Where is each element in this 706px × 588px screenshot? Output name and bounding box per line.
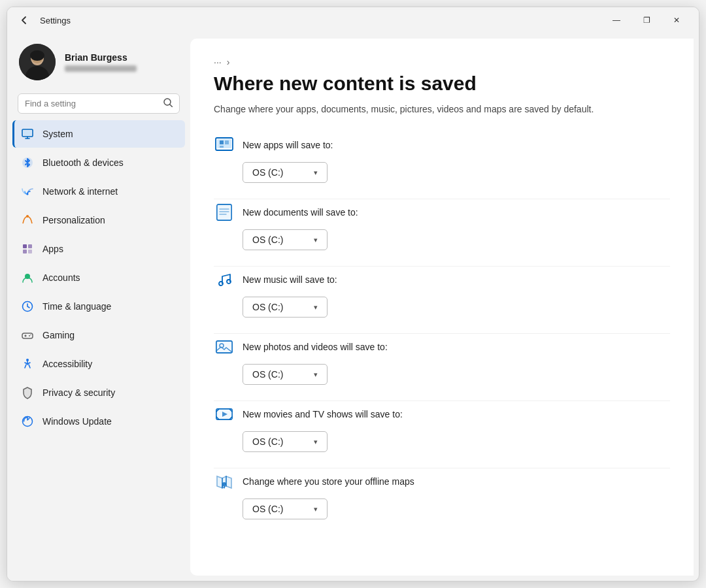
bluetooth-icon (20, 155, 35, 170)
photos-drive-dropdown[interactable]: OS (C:) ▾ (243, 364, 328, 385)
apps-icon (20, 242, 35, 256)
save-option-photos-label: New photos and videos will save to: (214, 336, 670, 357)
time-icon (20, 299, 35, 314)
sidebar-item-bluetooth[interactable]: Bluetooth & devices (12, 149, 185, 176)
svg-rect-17 (28, 250, 32, 253)
back-button[interactable] (15, 11, 33, 29)
personalization-icon (20, 213, 35, 227)
sidebar-item-label-accounts: Accounts (42, 272, 80, 283)
main-layout: Brian Burgess (7, 33, 699, 581)
user-profile: Brian Burgess (7, 33, 190, 90)
sidebar-item-label-accessibility: Accessibility (42, 359, 92, 369)
chevron-down-icon: ▾ (314, 236, 318, 244)
window-controls: — ❐ ✕ (602, 10, 691, 31)
music-save-icon (214, 269, 235, 290)
apps-save-icon (214, 135, 235, 155)
window-title: Settings (40, 16, 71, 25)
titlebar: Settings — ❐ ✕ (7, 7, 699, 33)
gaming-icon (20, 328, 35, 342)
system-icon (20, 127, 35, 141)
svg-point-13 (26, 215, 29, 218)
save-option-maps-label: Change where you store your offline maps (214, 471, 670, 492)
sidebar-item-personalization[interactable]: Personalization (12, 206, 185, 234)
maps-drive-dropdown[interactable]: OS (C:) ▾ (243, 498, 328, 519)
sidebar-item-label-system: System (42, 129, 73, 139)
page-title: Where new content is saved (214, 73, 670, 95)
sidebar-item-time[interactable]: Time & language (12, 293, 185, 320)
music-drive-dropdown[interactable]: OS (C:) ▾ (243, 297, 328, 318)
maps-save-icon (214, 471, 235, 492)
avatar (19, 44, 56, 80)
privacy-icon (20, 385, 35, 400)
photos-save-icon (214, 336, 235, 357)
chevron-down-icon: ▾ (314, 303, 318, 312)
sidebar-item-privacy[interactable]: Privacy & security (12, 379, 185, 406)
sidebar-item-system[interactable]: System (12, 120, 185, 148)
save-option-music: New music will save to: OS (C:) ▾ (214, 266, 670, 318)
sidebar-item-accessibility[interactable]: Accessibility (12, 350, 185, 378)
breadcrumb-arrow: › (227, 57, 230, 67)
movies-save-icon (214, 404, 235, 425)
accessibility-icon (20, 357, 35, 371)
chevron-down-icon: ▾ (314, 505, 318, 514)
svg-point-12 (27, 193, 29, 195)
sidebar-item-label-time: Time & language (42, 301, 111, 312)
save-option-documents: New documents will save to: OS (C:) ▾ (214, 199, 670, 250)
search-icon (163, 98, 173, 109)
svg-point-25 (30, 335, 31, 335)
svg-point-35 (219, 282, 223, 286)
documents-drive-dropdown[interactable]: OS (C:) ▾ (243, 229, 328, 250)
svg-rect-39 (216, 341, 232, 353)
chevron-down-icon: ▾ (314, 438, 318, 446)
user-email (65, 65, 137, 72)
svg-rect-30 (220, 140, 224, 144)
sidebar-item-label-apps: Apps (42, 244, 63, 254)
svg-rect-34 (217, 204, 231, 220)
save-option-music-label: New music will save to: (214, 269, 670, 290)
svg-rect-29 (217, 139, 231, 148)
save-option-documents-label: New documents will save to: (214, 202, 670, 223)
apps-drive-dropdown[interactable]: OS (C:) ▾ (243, 162, 328, 183)
breadcrumb: ··· › (214, 57, 670, 67)
save-option-maps: Change where you store your offline maps… (214, 468, 670, 519)
sidebar-item-accounts[interactable]: Accounts (12, 264, 185, 291)
svg-rect-31 (225, 140, 229, 144)
sidebar-item-label-network: Network & internet (42, 186, 118, 197)
maximize-button[interactable]: ❐ (632, 10, 661, 31)
sidebar-item-label-bluetooth: Bluetooth & devices (42, 157, 124, 168)
save-option-apps-label: New apps will save to: (214, 135, 670, 155)
page-description: Change where your apps, documents, music… (214, 103, 670, 116)
svg-rect-14 (23, 244, 27, 248)
search-input[interactable] (25, 99, 158, 108)
close-button[interactable]: ✕ (662, 10, 691, 31)
documents-save-icon (214, 202, 235, 223)
sidebar-item-label-personalization: Personalization (42, 215, 105, 225)
accounts-icon (20, 270, 35, 285)
network-icon (20, 184, 35, 199)
svg-rect-32 (220, 146, 224, 148)
svg-rect-20 (22, 333, 33, 338)
movies-drive-dropdown[interactable]: OS (C:) ▾ (243, 431, 328, 452)
minimize-button[interactable]: — (602, 10, 631, 31)
sidebar: Brian Burgess (7, 33, 190, 581)
save-option-movies-label: New movies and TV shows will save to: (214, 404, 670, 425)
search-box[interactable] (18, 93, 180, 114)
svg-point-24 (29, 335, 30, 336)
svg-rect-10 (24, 131, 31, 135)
sidebar-item-label-update: Windows Update (42, 416, 112, 427)
sidebar-item-network[interactable]: Network & internet (12, 178, 185, 205)
content-area: ··· › Where new content is saved Change … (190, 39, 694, 576)
sidebar-item-label-privacy: Privacy & security (42, 387, 115, 398)
settings-window: Settings — ❐ ✕ (7, 7, 699, 581)
user-name: Brian Burgess (65, 52, 137, 63)
nav-list: System Bluetooth & devices (7, 120, 190, 436)
chevron-down-icon: ▾ (314, 169, 318, 177)
sidebar-item-apps[interactable]: Apps (12, 235, 185, 263)
sidebar-item-gaming[interactable]: Gaming (12, 321, 185, 349)
update-icon (20, 414, 35, 429)
save-option-apps: New apps will save to: OS (C:) ▾ (214, 135, 670, 183)
svg-line-6 (170, 105, 173, 107)
sidebar-item-update[interactable]: Windows Update (12, 408, 185, 435)
save-option-photos: New photos and videos will save to: OS (… (214, 333, 670, 385)
svg-point-4 (30, 50, 44, 61)
